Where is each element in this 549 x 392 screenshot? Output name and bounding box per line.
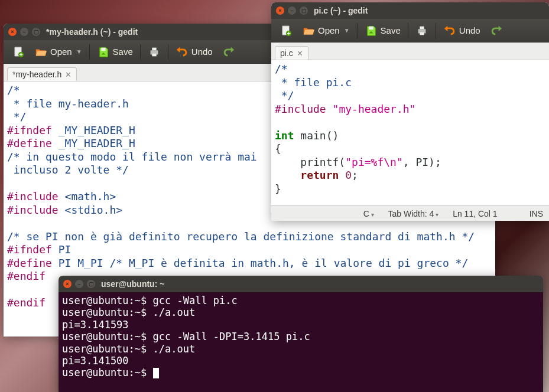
undo-label: Undo: [191, 47, 213, 57]
separator: [408, 23, 408, 38]
save-label: Save: [381, 25, 401, 35]
tab-close-icon[interactable]: ✕: [65, 70, 72, 79]
editor-area[interactable]: /* * file pi.c */ #include "my-header.h"…: [271, 60, 549, 205]
window-controls: × – ▢: [8, 28, 40, 36]
undo-label: Undo: [459, 25, 480, 35]
svg-rect-2: [101, 47, 105, 51]
chevron-down-icon[interactable]: ▼: [76, 48, 82, 55]
tab-label: pi.c: [280, 48, 293, 58]
open-label: Open: [318, 25, 340, 35]
status-bar: C Tab Width: 4 Ln 11, Col 1 INS: [271, 205, 549, 221]
minimize-icon[interactable]: –: [75, 280, 83, 288]
terminal-output[interactable]: user@ubuntu:~$ gcc -Wall pi.c user@ubunt…: [59, 292, 543, 392]
printer-icon: [415, 24, 428, 37]
print-button[interactable]: [411, 22, 433, 40]
svg-rect-11: [420, 32, 424, 35]
save-icon: [365, 24, 378, 37]
printer-icon: [148, 45, 161, 58]
maximize-icon[interactable]: ▢: [87, 280, 95, 288]
terminal-window: × – ▢ user@ubuntu: ~ user@ubuntu:~$ gcc …: [59, 276, 543, 392]
svg-rect-5: [152, 53, 156, 56]
redo-button[interactable]: [485, 22, 508, 40]
print-button[interactable]: [143, 43, 165, 61]
folder-open-icon: [34, 45, 47, 58]
svg-rect-4: [152, 47, 156, 50]
separator: [168, 44, 168, 60]
save-label: Save: [113, 47, 133, 57]
maximize-icon[interactable]: ▢: [32, 28, 40, 36]
insert-mode: INS: [529, 209, 543, 218]
redo-button[interactable]: [217, 43, 240, 61]
window-title: *my-header.h (~) - gedit: [46, 27, 138, 37]
chevron-down-icon[interactable]: ▼: [344, 27, 350, 34]
separator: [89, 44, 90, 60]
window-title: pi.c (~) - gedit: [314, 6, 368, 15]
undo-button[interactable]: Undo: [171, 43, 217, 61]
tab-label: *my-header.h: [12, 70, 61, 79]
folder-open-icon: [302, 24, 315, 37]
separator: [140, 44, 141, 60]
undo-icon: [443, 24, 456, 37]
minimize-icon[interactable]: –: [20, 28, 28, 36]
close-icon[interactable]: ×: [8, 28, 17, 36]
new-file-button[interactable]: [7, 43, 30, 61]
gedit-window-pic: × – ▢ pi.c (~) - gedit Open ▼ Save Undo: [271, 2, 549, 221]
tab-myheader[interactable]: *my-header.h ✕: [7, 67, 77, 81]
separator: [436, 23, 436, 38]
svg-rect-10: [420, 26, 424, 29]
save-icon: [97, 45, 110, 58]
close-icon[interactable]: ×: [276, 6, 284, 15]
terminal-cursor: [153, 368, 159, 378]
new-file-icon: [12, 45, 25, 58]
undo-icon: [176, 45, 189, 58]
redo-icon: [222, 45, 235, 58]
tab-close-icon[interactable]: ✕: [297, 49, 303, 58]
cursor-position: Ln 11, Col 1: [453, 209, 498, 218]
titlebar[interactable]: × – ▢ pi.c (~) - gedit: [271, 2, 549, 19]
open-label: Open: [50, 47, 72, 57]
titlebar[interactable]: × – ▢ user@ubuntu: ~: [59, 276, 543, 292]
new-file-icon: [280, 24, 293, 37]
new-file-button[interactable]: [275, 22, 297, 40]
window-controls: × – ▢: [276, 6, 308, 15]
language-selector[interactable]: C: [363, 209, 374, 218]
redo-icon: [490, 24, 503, 37]
minimize-icon[interactable]: –: [288, 6, 296, 15]
undo-button[interactable]: Undo: [438, 22, 485, 40]
window-title: user@ubuntu: ~: [101, 279, 164, 289]
save-button[interactable]: Save: [360, 22, 405, 40]
maximize-icon[interactable]: ▢: [300, 6, 308, 15]
window-controls: × – ▢: [63, 280, 95, 288]
separator: [357, 23, 358, 38]
open-button[interactable]: Open ▼: [297, 22, 355, 40]
svg-rect-8: [369, 26, 373, 30]
toolbar: Open ▼ Save Undo: [271, 19, 549, 43]
tab-pic[interactable]: pi.c ✕: [275, 46, 308, 60]
save-button[interactable]: Save: [92, 43, 138, 61]
open-button[interactable]: Open ▼: [30, 43, 87, 61]
tab-bar: pi.c ✕: [271, 43, 549, 60]
tabwidth-selector[interactable]: Tab Width: 4: [388, 209, 439, 218]
close-icon[interactable]: ×: [63, 280, 72, 288]
